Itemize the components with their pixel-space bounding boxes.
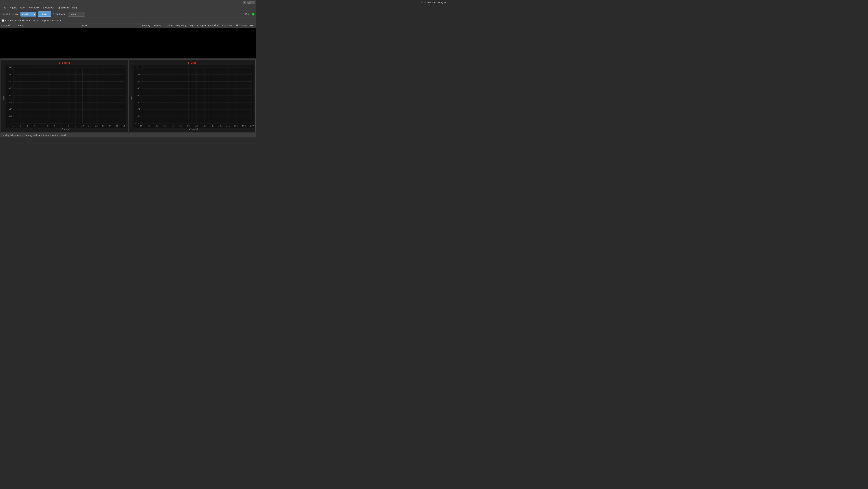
svg-text:90: 90 (187, 124, 190, 127)
chart-24ghz-svg: -10 -21 -32 -43 -55 -66 -77 -88 -100 (6, 65, 126, 128)
svg-text:-55: -55 (9, 94, 12, 97)
svg-text:-77: -77 (137, 108, 140, 111)
scan-mode-dropdown[interactable]: Normal Aggressive Single (68, 11, 85, 17)
svg-text:150: 150 (234, 124, 238, 127)
svg-text:6: 6 (54, 124, 56, 127)
svg-text:15: 15 (116, 124, 118, 127)
scan-mode-label: Scan Mode: (53, 13, 66, 15)
svg-text:-88: -88 (9, 115, 12, 118)
scan-mode-dropdown-wrapper: Normal Aggressive Single ▼ (68, 11, 85, 17)
interface-dropdown-wrapper: wlan0 ▼ (21, 11, 36, 17)
col-header-gps: GPS (249, 23, 256, 28)
svg-text:5: 5 (47, 124, 49, 127)
charts-section: 2.4 GHz dBm (0, 59, 256, 133)
titlebar: Sparrow-WiFi Analyzer − □ ✕ (0, 0, 256, 5)
restore-button[interactable]: □ (247, 1, 251, 4)
chart-24ghz-inner: -10 -21 -32 -43 -55 -66 -77 -88 -100 (6, 65, 126, 131)
chart-24ghz-ylabel: dBm (3, 96, 5, 100)
svg-text:30: 30 (140, 124, 143, 127)
chart-5ghz-title: 5 GHz (130, 61, 254, 64)
col-header-vendor: vendor (16, 23, 28, 28)
menubar: File Agent Geo Telemetry Bluetooth Spect… (0, 5, 256, 10)
svg-text:8: 8 (68, 124, 69, 127)
minimize-button[interactable]: − (243, 1, 246, 4)
statusbar: Local gpsd service is running and satell… (0, 133, 256, 137)
chart-5ghz-svg: -10 -21 -32 -43 -55 -66 -77 -88 -100 (133, 65, 254, 128)
menu-spectrum[interactable]: Spectrum (56, 6, 70, 10)
col-header-privacy: Privacy (153, 23, 163, 28)
col-header-firstseen: First Seen (235, 23, 249, 28)
menu-help[interactable]: Help (70, 6, 80, 10)
svg-text:-21: -21 (137, 73, 140, 76)
col-header-security: Security (141, 23, 153, 28)
svg-text:9: 9 (75, 124, 76, 127)
chart-24ghz-xlabel: Channel (6, 128, 126, 131)
svg-text:70: 70 (172, 124, 174, 127)
window-controls: − □ ✕ (243, 1, 255, 4)
chart-5ghz-area: dBm -10 -21 -32 (130, 65, 254, 131)
svg-text:12: 12 (95, 124, 97, 127)
svg-text:16: 16 (123, 124, 125, 127)
toolbar: Local Interface wlan0 ▼ Scan Scan Mode: … (0, 10, 256, 18)
svg-text:4: 4 (40, 124, 42, 127)
remove-networks-checkbox[interactable] (2, 19, 4, 22)
remove-networks-label[interactable]: Remove networks not seen in the past 3 m… (5, 19, 61, 22)
svg-text:100: 100 (194, 124, 198, 127)
svg-text:11: 11 (88, 124, 91, 127)
table-header: macAddr vendor SSID Security Privacy Cha… (0, 23, 256, 28)
chart-24ghz-title: 2.4 GHz (3, 61, 126, 64)
menu-telemetry[interactable]: Telemetry (26, 6, 41, 10)
menu-file[interactable]: File (1, 6, 8, 10)
menu-geo[interactable]: Geo (18, 6, 26, 10)
svg-text:1: 1 (20, 124, 21, 127)
svg-text:60: 60 (163, 124, 166, 127)
svg-text:-66: -66 (9, 101, 12, 104)
svg-text:130: 130 (218, 124, 222, 127)
gps-indicator (252, 13, 254, 16)
svg-rect-0 (6, 65, 126, 128)
svg-text:-100: -100 (135, 122, 140, 125)
svg-text:110: 110 (202, 124, 206, 127)
local-interface-label: Local Interface (2, 13, 19, 15)
svg-text:80: 80 (179, 124, 182, 127)
svg-text:-32: -32 (9, 80, 12, 83)
close-button[interactable]: ✕ (251, 1, 255, 4)
svg-text:-43: -43 (9, 87, 12, 90)
chart-24ghz: 2.4 GHz dBm (1, 59, 128, 133)
svg-text:-88: -88 (137, 115, 140, 118)
interface-dropdown[interactable]: wlan0 (21, 11, 36, 17)
svg-text:14: 14 (109, 124, 112, 127)
svg-text:-10: -10 (9, 66, 12, 69)
col-header-ssid: SSID (28, 23, 141, 28)
chart-5ghz-ylabel: dBm (130, 96, 133, 100)
scan-button[interactable]: Scan (38, 11, 51, 17)
svg-text:-55: -55 (137, 94, 140, 97)
svg-text:2: 2 (27, 124, 28, 127)
menu-agent[interactable]: Agent (8, 6, 18, 10)
col-header-channel: Channel (163, 23, 174, 28)
svg-text:13: 13 (102, 124, 104, 127)
svg-text:160: 160 (242, 124, 246, 127)
col-header-macaddr: macAddr (0, 23, 16, 28)
chart-5ghz-xlabel: Channel (133, 128, 254, 131)
svg-text:-10: -10 (137, 66, 140, 69)
gps-label: GPS: (243, 13, 249, 15)
svg-text:-77: -77 (9, 108, 12, 111)
svg-text:7: 7 (61, 124, 62, 127)
svg-text:-66: -66 (137, 101, 140, 104)
checkbox-bar: Remove networks not seen in the past 3 m… (0, 18, 256, 23)
svg-text:3: 3 (33, 124, 35, 127)
svg-text:-43: -43 (137, 87, 140, 90)
svg-text:-21: -21 (9, 73, 12, 76)
chart-24ghz-area: dBm (3, 65, 126, 131)
svg-text:50: 50 (156, 124, 158, 127)
svg-text:120: 120 (210, 124, 214, 127)
svg-text:10: 10 (81, 124, 84, 127)
scan-results-table (0, 28, 256, 59)
svg-text:-32: -32 (137, 80, 140, 83)
col-header-lastseen: Last Seen (221, 23, 235, 28)
svg-text:0: 0 (13, 124, 14, 127)
col-header-bandwidth: Bandwidth (207, 23, 221, 28)
svg-text:40: 40 (148, 124, 150, 127)
menu-bluetooth[interactable]: Bluetooth (41, 6, 56, 10)
